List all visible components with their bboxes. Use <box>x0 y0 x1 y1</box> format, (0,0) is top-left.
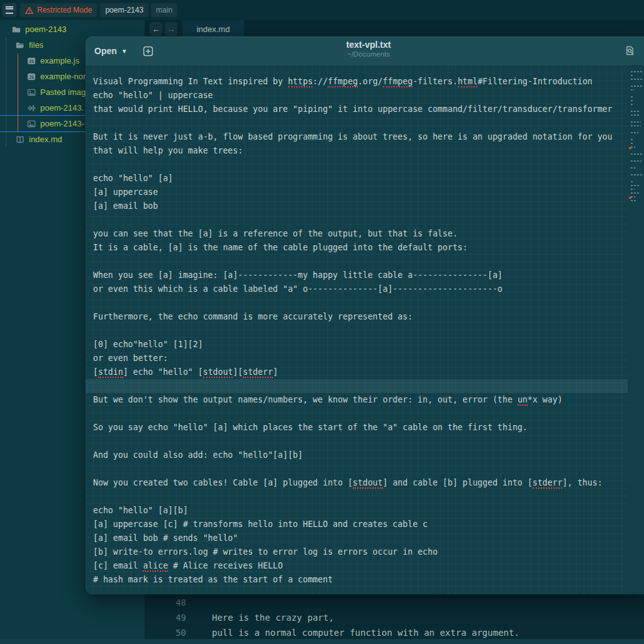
line-number: 48 <box>145 595 186 610</box>
book-icon <box>15 135 25 144</box>
editor-line[interactable]: It is a cable, [a] is the name of the ca… <box>86 241 628 255</box>
minimap-line <box>629 100 643 103</box>
minimap-line <box>629 143 643 146</box>
sidebar-item-label: files <box>29 40 43 50</box>
titlebar: Restricted Mode poem-2143 main <box>0 0 644 20</box>
editor-line[interactable]: [a] uppercase [c] # transforms hello int… <box>86 518 628 531</box>
editor-line[interactable] <box>86 213 628 227</box>
background-editor-line[interactable]: 49Here is the crazy part, <box>145 610 644 625</box>
minimap-line <box>629 170 643 174</box>
folder-open-icon <box>15 40 25 50</box>
tab-bar: ← → index.md <box>145 20 644 38</box>
editor-line[interactable]: that will help you make trees: <box>86 144 628 158</box>
editor-line[interactable]: echo "hello" | uppercase <box>86 89 628 103</box>
editor-line[interactable]: [a] email bob <box>86 199 628 213</box>
minimap-line <box>629 71 643 74</box>
minimap-line <box>629 82 643 85</box>
minimap-line <box>629 185 643 188</box>
editor-line[interactable] <box>86 116 628 130</box>
chevron-down-icon: ▼ <box>121 48 128 55</box>
warning-icon <box>25 6 33 14</box>
document-path: ~/Documents <box>347 50 391 58</box>
sidebar-item-label: example-nor <box>40 72 86 81</box>
minimap-line <box>629 189 643 192</box>
file-search-button[interactable] <box>625 45 635 56</box>
editor-line[interactable]: or even this which is a cable labeled "a… <box>86 282 628 296</box>
forward-button[interactable]: → <box>165 22 177 36</box>
line-text: pull is a normal computer function with … <box>212 625 519 640</box>
editor-line[interactable]: or even better: <box>86 352 628 365</box>
image-file-icon <box>26 87 36 97</box>
arrow-right-icon: → <box>167 25 175 34</box>
editor-line[interactable] <box>86 407 628 421</box>
editor-line[interactable]: Now you created two cables! Cable [a] pl… <box>86 476 628 490</box>
minimap-line <box>629 92 643 96</box>
menu-button[interactable] <box>3 3 16 17</box>
line-text: Here is the crazy part, <box>212 610 334 625</box>
editor-line[interactable]: [0] echo"hello" [1][2] <box>86 338 628 352</box>
new-tab-button[interactable] <box>143 46 153 57</box>
branch-chip[interactable]: main <box>151 3 177 17</box>
minimap-line <box>629 128 643 131</box>
minimap-line <box>629 139 643 142</box>
app-window: Restricted Mode poem-2143 main poem-2143… <box>0 0 644 644</box>
editor-line[interactable]: So you say echo "hello" [a] which places… <box>86 421 628 435</box>
minimap-line <box>629 164 643 167</box>
tab-label: index.md <box>197 25 230 34</box>
overlay-header: Open ▼ text-vpl.txt ~/Documents <box>86 36 644 66</box>
js-file-icon: JS <box>26 72 36 81</box>
bottom-highlight-strip <box>0 639 644 644</box>
editor-line[interactable]: that would print HELLO, because you are … <box>86 103 628 116</box>
editor-line[interactable] <box>86 462 628 476</box>
sidebar-item-label: example.js <box>40 56 79 65</box>
sidebar-item-label: poem-2143 <box>25 25 67 34</box>
editor-line[interactable]: you can see that the [a] is a reference … <box>86 227 628 241</box>
text-editor-area[interactable]: Visual Programming In Text inspired by h… <box>86 65 628 594</box>
editor-line[interactable]: [b] write-to errors.log # writes to erro… <box>86 545 628 559</box>
sidebar-item-label: index.md <box>29 135 62 144</box>
editor-line[interactable]: But it is never just a-b, flow based pro… <box>86 130 628 144</box>
editor-line[interactable]: [a] uppercase <box>86 186 628 199</box>
editor-line[interactable]: Visual Programming In Text inspired by h… <box>86 75 628 89</box>
editor-line[interactable]: But we don't show the output names/numbe… <box>86 393 628 407</box>
minimap-line <box>629 118 643 121</box>
tab-index-md[interactable]: index.md <box>182 20 244 38</box>
editor-line[interactable] <box>86 435 628 448</box>
plus-square-icon <box>143 46 153 57</box>
background-editor-line[interactable]: 48 <box>145 595 644 610</box>
minimap-line <box>629 107 643 110</box>
editor-line[interactable] <box>86 490 628 504</box>
svg-text:JS: JS <box>29 74 34 79</box>
editor-line[interactable] <box>86 296 628 310</box>
editor-line[interactable]: And you could also add: echo "hello"[a][… <box>86 448 628 462</box>
editor-line[interactable] <box>86 324 628 338</box>
back-button[interactable]: ← <box>150 22 162 36</box>
editor-line[interactable]: echo "hello" [a][b] <box>86 504 628 518</box>
editor-line[interactable]: [a] email bob # sends "hello" <box>86 531 628 545</box>
menu-icon <box>6 6 13 14</box>
minimap[interactable] <box>629 70 643 565</box>
editor-line[interactable]: Furthermore, the echo command is more ac… <box>86 310 628 324</box>
line-number: 50 <box>145 625 186 640</box>
editor-line[interactable]: echo "hello" [a] <box>86 172 628 186</box>
editor-line[interactable]: [c] email alice # Alice receives HELLO <box>86 559 628 573</box>
minimap-error-mark <box>629 197 631 199</box>
editor-line[interactable]: When you see [a] imagine: [a]-----------… <box>86 269 628 282</box>
audio-file-icon <box>26 103 36 113</box>
background-editor-line[interactable]: 50pull is a normal computer function wit… <box>145 625 644 640</box>
sidebar-item-root[interactable]: poem-2143 <box>0 21 145 37</box>
restricted-mode-badge[interactable]: Restricted Mode <box>20 3 97 17</box>
editor-line[interactable] <box>86 255 628 269</box>
minimap-line <box>629 200 643 203</box>
editor-line[interactable] <box>86 158 628 172</box>
editor-line[interactable]: [stdin] echo "hello" [stdout][stderr] <box>86 365 628 379</box>
background-editor[interactable]: 4849Here is the crazy part,50pull is a n… <box>145 595 644 640</box>
editor-line[interactable]: # hash mark is treated as the start of a… <box>86 573 628 587</box>
minimap-line <box>629 86 643 89</box>
folder-icon <box>11 25 21 34</box>
editor-current-line[interactable] <box>86 379 628 393</box>
js-file-icon: JS <box>26 56 36 65</box>
project-chip[interactable]: poem-2143 <box>100 3 148 17</box>
minimap-line <box>629 196 643 199</box>
open-button[interactable]: Open ▼ <box>94 46 128 56</box>
